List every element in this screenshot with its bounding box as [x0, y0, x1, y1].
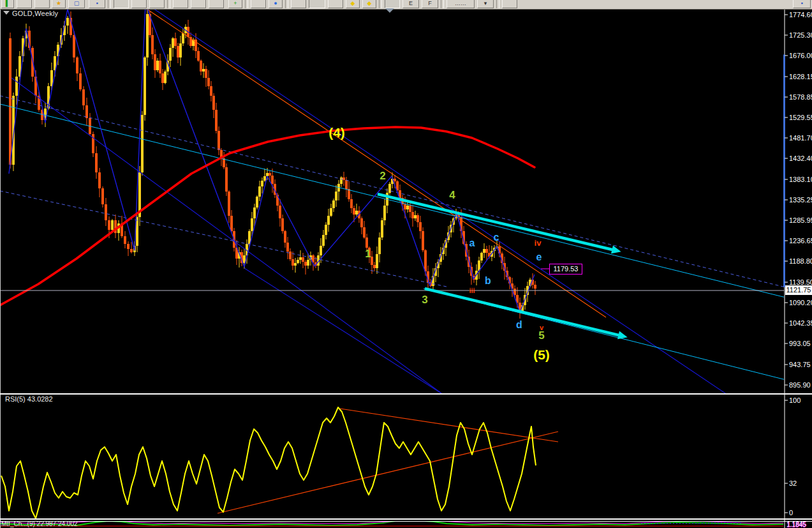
price-axis-tick: 1481.70 — [789, 134, 812, 142]
wave-label-iii[interactable]: iii — [469, 287, 475, 294]
toolbar-button[interactable] — [17, 0, 32, 8]
toolbar-button[interactable]: ◆ — [362, 0, 376, 8]
toolbar-separator — [285, 0, 288, 8]
price-axis-tick: 1725.30 — [789, 31, 812, 39]
price-axis-tick: 1236.65 — [789, 237, 812, 245]
price-axis-tick: 1042.35 — [789, 319, 812, 327]
price-axis-tick: 1578.85 — [789, 93, 812, 101]
toolbar-button[interactable]: ▌ — [1, 0, 14, 8]
circle-icon: ● — [274, 0, 277, 8]
diamond-icon: ◆ — [351, 0, 355, 8]
rsi-axis-tick: 32 — [789, 479, 797, 487]
toolbar-separator — [245, 0, 248, 8]
price-axis-tick: 993.05 — [789, 340, 811, 347]
plus-icon: + — [233, 0, 237, 8]
toolbar-button[interactable] — [251, 0, 266, 8]
toolbar-button[interactable] — [309, 0, 325, 8]
price-axis-tick: 1383.10 — [789, 176, 812, 183]
toolbar-button[interactable]: ▪ — [89, 0, 105, 8]
wave-label-b[interactable]: b — [485, 275, 491, 287]
price-axis-tick: 1285.95 — [789, 216, 812, 224]
wave-label-c[interactable]: c — [494, 232, 499, 243]
rsi-axis-tick: 0 — [789, 509, 793, 517]
panel-splitter[interactable] — [0, 393, 812, 395]
price-text-object[interactable]: 1179.53 — [549, 264, 582, 275]
toolbar-button[interactable] — [385, 0, 400, 8]
star-icon: ★ — [56, 0, 61, 8]
toolbar-button[interactable] — [149, 0, 165, 8]
toolbar-button[interactable]: E — [402, 0, 419, 8]
toolbar-button[interactable] — [328, 0, 343, 8]
price-axis-tick: 1432.40 — [789, 155, 812, 162]
price-axis-tick: 1188.80 — [789, 257, 812, 265]
price-axis-tick: 1628.15 — [789, 73, 812, 80]
price-axis-tick: 895.90 — [789, 381, 811, 389]
price-axis-tick: 1335.25 — [789, 196, 812, 204]
panel-splitter[interactable] — [0, 518, 812, 520]
toolbar-separator — [167, 0, 170, 8]
blue-icon: ▢ — [74, 0, 80, 8]
bluedot-icon: ▪ — [801, 0, 802, 8]
trading-app-window: ▌★▢▪+●◆◆EF……▾▪ GOLD,Weekly RSI(5) 43.028… — [0, 0, 812, 528]
toolbar-button[interactable] — [502, 0, 517, 8]
toolbar-button[interactable] — [131, 0, 147, 8]
bluedot-icon: ▪ — [96, 0, 98, 8]
wave-label-5[interactable]: (5) — [533, 347, 550, 363]
diamond-icon: ◆ — [367, 0, 372, 8]
toolbar-button[interactable] — [114, 0, 129, 8]
toolbar-button[interactable]: ● — [269, 0, 283, 8]
wave-label-e[interactable]: e — [536, 252, 542, 263]
wave-label-d[interactable]: d — [516, 319, 522, 331]
toolbar-separator — [496, 0, 499, 8]
rsi-axis-tick: 100 — [789, 396, 801, 404]
toolbar-separator — [108, 0, 111, 8]
wave-label-1[interactable]: 1 — [365, 248, 371, 260]
wave-label-4[interactable]: 4 — [449, 189, 455, 202]
wave-label-2[interactable]: 2 — [380, 170, 385, 183]
toolbar-button[interactable] — [34, 0, 50, 8]
price-axis-tick: 943.75 — [789, 361, 811, 368]
toolbar-button[interactable]: ▢ — [68, 0, 85, 8]
price-axis-tick: 1676.00 — [789, 52, 812, 59]
arrow-icon: ▾ — [484, 0, 487, 8]
toolbar-button[interactable]: ◆ — [346, 0, 360, 8]
panel-splitter — [0, 521, 812, 522]
toolbar-separator — [379, 0, 382, 8]
price-axis-tick: 1774.60 — [789, 11, 812, 19]
dots-icon: …… — [455, 0, 466, 8]
price-axis-tick: 1529.55 — [789, 114, 812, 121]
green-icon: ▌ — [6, 0, 10, 8]
wave-label-iv[interactable]: iv — [535, 238, 542, 248]
rsi-indicator-label: RSI(5) 43.0282 — [5, 395, 53, 403]
toolbar-button[interactable] — [291, 0, 306, 8]
toolbar-button[interactable] — [209, 0, 224, 8]
current-price-badge: 1121.75 — [785, 285, 812, 295]
wave-label-a[interactable]: a — [469, 238, 475, 249]
toolbar-button[interactable]: ▪ — [793, 0, 811, 8]
toolbar-button[interactable]: F — [422, 0, 438, 8]
toolbar-button[interactable] — [173, 0, 188, 8]
glyphE-icon: E — [409, 0, 413, 8]
bottom-indicator-scale-value: 1.1845 — [786, 521, 806, 528]
splitter-arrow-icon[interactable] — [385, 8, 394, 13]
toolbar-button[interactable] — [191, 0, 206, 8]
chevron-down-icon[interactable] — [3, 11, 10, 15]
wave-label-5[interactable]: 5 — [538, 329, 544, 342]
toolbar-button[interactable]: + — [228, 0, 242, 8]
toolbar-button[interactable]: ★ — [52, 0, 66, 8]
toolbar-button[interactable]: ▾ — [477, 0, 494, 8]
wave-label-4[interactable]: (4) — [328, 125, 345, 140]
toolbar-separator — [441, 0, 444, 8]
bottom-indicator-label: Mtf_Ch...(9) 22.987 24.002 — [1, 520, 78, 527]
glyphF-icon: F — [428, 0, 432, 8]
toolbar-button[interactable]: …… — [447, 0, 475, 8]
chart-area[interactable] — [0, 0, 812, 528]
toolbar: ▌★▢▪+●◆◆EF……▾▪ — [0, 0, 812, 10]
wave-label-v[interactable]: v — [540, 324, 543, 331]
symbol-timeframe-label: GOLD,Weekly — [12, 10, 58, 17]
price-axis-tick: 1090.20 — [789, 299, 812, 306]
wave-label-3[interactable]: 3 — [422, 294, 427, 306]
